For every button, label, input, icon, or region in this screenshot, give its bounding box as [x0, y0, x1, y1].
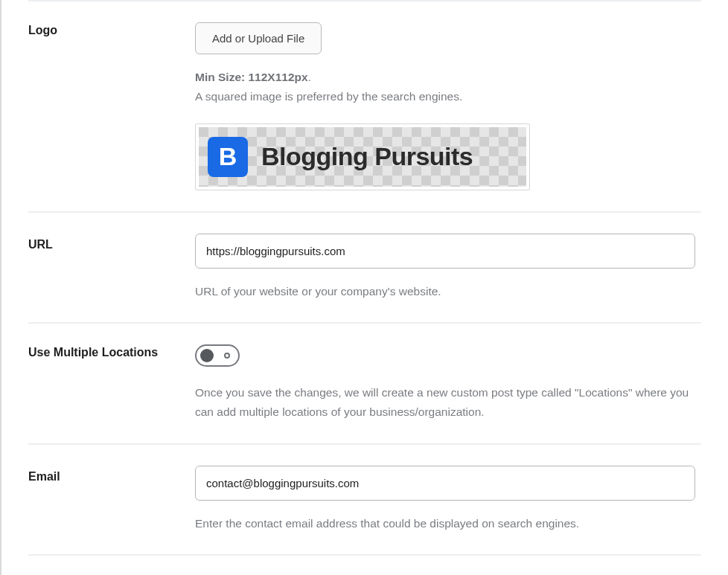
- email-label: Email: [28, 470, 60, 483]
- logo-preview-image: B Blogging Pursuits: [199, 127, 526, 187]
- add-upload-file-button[interactable]: Add or Upload File: [195, 22, 322, 54]
- toggle-off-indicator-icon: [224, 353, 230, 359]
- logo-section: Logo Add or Upload File Min Size: 112X11…: [28, 1, 701, 211]
- logo-preview-mark: B: [208, 137, 248, 177]
- email-section: Email Enter the contact email address th…: [28, 445, 701, 554]
- toggle-knob-icon: [200, 349, 214, 362]
- multiple-locations-help-text: Once you save the changes, we will creat…: [195, 383, 695, 423]
- multiple-locations-label: Use Multiple Locations: [28, 346, 158, 359]
- logo-help-text: A squared image is preferred by the sear…: [195, 87, 701, 106]
- url-label: URL: [28, 238, 53, 251]
- logo-min-size-hint: Min Size: 112X112px.: [195, 68, 701, 87]
- url-input[interactable]: [195, 234, 695, 269]
- email-help-text: Enter the contact email address that cou…: [195, 514, 701, 533]
- url-help-text: URL of your website or your company's we…: [195, 282, 701, 301]
- logo-preview-text: Blogging Pursuits: [261, 142, 473, 171]
- url-section: URL URL of your website or your company'…: [28, 213, 701, 322]
- multiple-locations-toggle[interactable]: [195, 344, 240, 367]
- logo-min-size-strong: Min Size: 112X112px: [195, 71, 308, 83]
- email-input[interactable]: [195, 466, 695, 501]
- logo-label: Logo: [28, 24, 57, 36]
- multiple-locations-section: Use Multiple Locations Once you save the…: [28, 324, 701, 443]
- section-divider: [28, 554, 701, 556]
- logo-preview-frame[interactable]: B Blogging Pursuits: [195, 123, 530, 190]
